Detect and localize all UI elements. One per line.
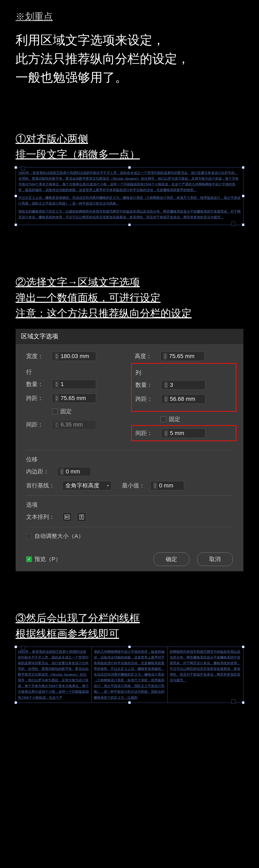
step1-title: ①对齐版心两侧 排一段文字（稍微多一点） [15,131,244,162]
ok-button[interactable]: 确定 [154,553,189,566]
checkbox-icon [26,533,32,539]
thread-in-port[interactable] [21,646,25,650]
step2-title: ②选择文字→区域文字选项 弹出一个数值面板，可进行设定 注意：这个方法只推荐纵向… [15,274,244,321]
dialog-title: 区域文字选项 [16,329,243,344]
stepper-icon[interactable]: ▲▼ [153,483,157,489]
width-input[interactable]: ▲▼ 180.03 mm [52,351,96,361]
stepper-icon[interactable]: ▲▼ [164,382,168,388]
key-point-header: ※划重点 [15,10,244,23]
resize-handle[interactable] [128,701,131,704]
svg-rect-3 [82,515,84,519]
stepper-icon[interactable]: ▲▼ [164,430,168,436]
stepper-icon: ▲▼ [55,422,59,428]
width-value: 180.03 mm [61,353,89,360]
resize-handle[interactable] [128,223,131,226]
svg-rect-0 [65,515,69,517]
stepper-icon[interactable]: ▲▼ [163,353,167,359]
thread-out-port[interactable] [231,222,235,226]
auto-resize-label: 自动调整大小（A） [34,532,84,540]
min-label: 最小值： [122,482,145,490]
checkbox-icon: ✓ [26,556,32,562]
stepper-icon[interactable]: ▲▼ [164,396,168,402]
text-frame-three-column[interactable]: 1692年，新登基的法国国王路易十四感到法国的印刷水平不尽人意，因此命令成立一个… [15,647,244,703]
highlight-columns: 列 数量： ▲▼ 3 跨距： ▲▼ 56.68 mm [131,363,236,412]
sample-text: 我给出的栅格系统下的定义为：以规则的网格阵列来指导和规范网页中的版面布局以及信息… [19,209,240,220]
svg-rect-2 [79,515,81,519]
resize-handle[interactable] [128,646,131,648]
thread-in-port[interactable] [21,166,25,170]
baseline-label: 首行基线： [26,482,57,490]
cols-section-label: 列 [135,369,232,377]
cols-fixed-label: 固定 [169,415,180,423]
svg-rect-1 [65,518,69,519]
resize-handle[interactable] [14,195,17,197]
stepper-icon[interactable]: ▲▼ [55,395,59,401]
text-frame-single[interactable]: 1692年，新登基的法国国王路易十四感到法国的印刷水平不尽人意，因此命令成立一个… [15,167,244,225]
resize-handle[interactable] [242,646,245,648]
rows-gutter-input: ▲▼ 6.35 mm [52,420,96,429]
chevron-down-icon: ▾ [107,484,109,488]
column-text: 1692年，新登基的法国国王路易十四感到法国的印刷水平不尽人意，因此命令成立一个… [16,647,91,703]
flow-cols-icon [79,515,84,520]
rows-span-label: 跨距： [26,394,47,402]
cols-count-input[interactable]: ▲▼ 3 [161,380,205,390]
width-label: 宽度： [26,352,47,360]
inset-input[interactable]: ▲▼ 0 mm [57,467,91,476]
stepper-icon[interactable]: ▲▼ [55,353,59,359]
auto-resize-checkbox: 自动调整大小（A） [26,532,84,540]
height-label: 高度： [135,352,155,360]
cols-span-value: 56.68 mm [170,396,195,402]
cols-count-label: 数量： [135,381,156,389]
resize-handle[interactable] [242,195,245,197]
step3-title: ③然后会出现了分栏的线框 根据线框画参考线即可 [15,610,244,642]
cols-count-value: 3 [170,382,173,389]
column-text: 的网格阵列来指导和规范网页中的版面布局以及信息分布。网页栅格系统是从平面栅格系统… [168,647,243,703]
cols-gutter-input[interactable]: ▲▼ 5 mm [161,429,205,438]
key-point-body: 利用区域文字选项来设定， 此方法只推荐纵向分栏的设定， 一般也勉强够用了。 [15,31,244,87]
rows-span-value: 75.65 mm [61,395,86,402]
resize-handle[interactable] [242,701,245,704]
baseline-dropdown[interactable]: 全角字框高度 ▾ [62,481,111,490]
rows-gutter-value: 6.35 mm [61,421,83,428]
resize-handle[interactable] [14,646,17,648]
inset-value: 0 mm [66,468,80,475]
cols-fixed-checkbox[interactable]: 固定 [161,415,180,423]
height-value: 75.65 mm [169,353,195,360]
min-input[interactable]: ▲▼ 0 mm [151,481,184,490]
column-text: 谨的几何网格网络中设计字体的形状，版面的编排，试验传达功能的效能，这是世界上最早… [92,647,167,703]
baseline-value: 全角字框高度 [65,482,99,490]
stepper-icon[interactable]: ▲▼ [55,381,59,388]
checkbox-icon [52,409,58,414]
thread-out-port[interactable] [231,700,235,704]
offset-section-label: 位移 [26,456,233,463]
rows-fixed-checkbox[interactable]: 固定 [52,408,72,415]
resize-handle[interactable] [14,701,17,704]
resize-handle[interactable] [128,166,131,169]
resize-handle[interactable] [242,166,245,169]
rows-count-input[interactable]: ▲▼ 1 [52,379,96,389]
min-value: 0 mm [159,482,173,489]
area-type-options-dialog: 区域文字选项 宽度： ▲▼ 180.03 mm 高度： ▲▼ 75.65 m [15,329,244,571]
resize-handle[interactable] [14,223,17,226]
rows-gutter-label: 间距： [26,421,47,429]
cols-span-input[interactable]: ▲▼ 56.68 mm [161,394,205,404]
checkbox-icon [161,416,166,422]
text-flow-horizontal-button[interactable] [62,512,72,522]
rows-span-input[interactable]: ▲▼ 75.65 mm [52,394,96,403]
text-flow-vertical-button[interactable] [77,512,86,522]
resize-handle[interactable] [242,223,245,226]
stepper-icon[interactable]: ▲▼ [60,468,64,475]
flow-label: 文本排列： [26,513,57,521]
resize-handle[interactable] [14,166,17,169]
preview-label: 预览（P） [34,555,61,563]
sample-text: 不过从定义上说，栅格更加准确些。先说说百科词典对栅格的定义为：栅格设计系统（又称… [19,195,240,206]
cancel-button[interactable]: 取消 [197,553,233,566]
inset-label: 内边距： [26,468,52,475]
cols-gutter-value: 5 mm [170,430,184,437]
preview-checkbox[interactable]: ✓ 预览（P） [26,555,61,563]
cols-span-label: 跨距： [135,395,156,403]
height-input[interactable]: ▲▼ 75.65 mm [161,351,205,361]
divider [26,495,233,496]
sample-text: 1692年，新登基的法国国王路易十四感到法国的印刷水平不尽人意，因此命令成立一个… [19,170,240,193]
divider [26,527,233,527]
